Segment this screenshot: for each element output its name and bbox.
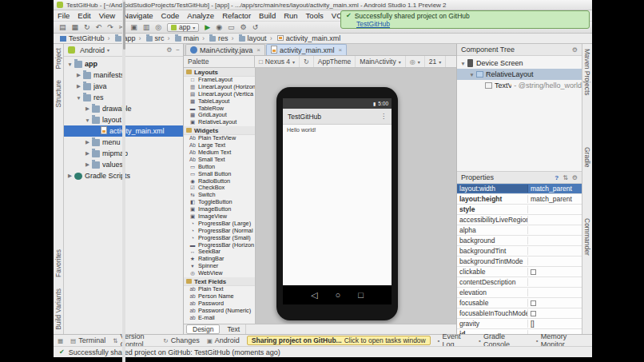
component-tree-item[interactable]: ▼ Device Screen — [457, 58, 582, 69]
palette-item[interactable]: ▦ TableLayout — [184, 98, 255, 105]
api-level-select[interactable]: 21 ▾ — [425, 56, 446, 67]
tool-window-tab[interactable]: Build Variants — [54, 288, 62, 330]
menu-item[interactable]: Analyze — [183, 11, 218, 20]
tool-window-button[interactable]: ▤ Terminal — [70, 336, 105, 344]
run-configuration-select[interactable]: app ▾ — [167, 23, 199, 32]
tree-expand-icon[interactable]: ▶ — [75, 72, 82, 78]
checkbox[interactable] — [531, 300, 536, 306]
avd-manager-icon[interactable]: ▭ — [228, 24, 235, 31]
palette-item[interactable]: ▭ Small Button — [184, 171, 255, 178]
palette-item[interactable]: Ab Small Text — [184, 157, 255, 164]
palette-item[interactable]: ▤ LinearLayout (Vertica — [184, 91, 255, 98]
tree-expand-icon[interactable]: ▼ — [84, 117, 91, 123]
breadcrumb-item[interactable]: TestGitHub — [58, 34, 106, 42]
menu-item[interactable]: Refactor — [218, 11, 255, 20]
sync-icon[interactable]: ↻ — [84, 24, 90, 31]
tool-window-tab[interactable]: Project — [54, 48, 62, 69]
palette-item[interactable]: ◉ RadioButton — [184, 178, 255, 185]
paste-icon[interactable]: ▥ — [143, 24, 150, 31]
undo-icon[interactable]: ↶ — [96, 24, 102, 31]
tree-expand-icon[interactable]: ▶ — [84, 161, 91, 168]
property-row[interactable]: focusable — [457, 298, 582, 308]
tree-expand-icon[interactable]: ▼ — [468, 72, 475, 78]
design-canvas[interactable]: ▮ 5:00 TestGitHub ⋮ Hello world! — [256, 68, 456, 324]
hello-world-text[interactable]: Hello world! — [287, 127, 316, 133]
menu-item[interactable]: Run — [280, 11, 301, 20]
palette-item[interactable]: Ab Medium Text — [184, 149, 255, 157]
breadcrumb-item[interactable]: activity_main.xml — [268, 34, 343, 42]
property-row[interactable]: accessibilityLiveRegion — [457, 215, 582, 225]
tree-expand-icon[interactable]: ▶ — [84, 105, 91, 112]
palette-section-header[interactable]: Layouts — [184, 68, 255, 77]
property-row[interactable]: clickable — [457, 267, 582, 277]
palette-scrollbar[interactable] — [122, 0, 125, 362]
property-row[interactable]: elevation — [457, 288, 582, 298]
tool-window-tab[interactable]: Maven Projects — [583, 49, 591, 96]
palette-item[interactable]: ▬ TableRow — [184, 105, 255, 113]
tool-window-tab[interactable]: Commander — [583, 218, 591, 256]
palette-section-header[interactable]: Text Fields — [184, 277, 255, 286]
tree-expand-icon[interactable]: ▼ — [459, 61, 467, 66]
github-sharing-message[interactable]: Sharing project on GitHub... Click to op… — [247, 336, 431, 345]
palette-item[interactable]: ▾ Spinner — [184, 263, 255, 270]
menu-item[interactable]: View — [95, 11, 119, 20]
notification-link[interactable]: TestGitHub — [356, 20, 390, 28]
property-row[interactable]: focusableInTouchMode — [457, 308, 582, 319]
run-icon[interactable]: ▶ — [205, 24, 210, 31]
copy-icon[interactable]: ▣ — [130, 24, 137, 31]
tool-window-tab[interactable]: Structure — [54, 80, 62, 108]
device-select[interactable]: □ Nexus 4 ▾ — [255, 56, 300, 67]
phone-content[interactable]: Hello world! — [283, 125, 392, 285]
help-icon[interactable]: ? — [555, 174, 559, 181]
property-row[interactable]: backgroundTintMode — [457, 257, 582, 267]
tool-window-tab[interactable]: Gradle — [583, 147, 591, 168]
tree-expand-icon[interactable]: ▼ — [66, 62, 74, 67]
menu-item[interactable]: File — [54, 11, 74, 20]
palette-item[interactable]: ☑ CheckBox — [184, 185, 255, 192]
tree-expand-icon[interactable]: ▶ — [84, 139, 91, 145]
settings-icon[interactable]: ⚙ — [572, 46, 578, 54]
property-row[interactable]: alpha — [457, 225, 582, 236]
tree-expand-icon[interactable]: ▼ — [75, 95, 82, 101]
palette-item[interactable]: ⇆ Switch — [184, 192, 255, 199]
tool-window-tab[interactable]: Favorites — [54, 249, 62, 277]
menu-item[interactable]: Code — [157, 11, 184, 20]
property-value[interactable]: match_parent — [528, 195, 582, 203]
activity-select[interactable]: MainActivity ▾ — [356, 56, 405, 67]
sdk-manager-icon[interactable]: ⚙ — [241, 24, 247, 31]
rotate-device-button[interactable]: ↻ — [300, 56, 314, 67]
property-value[interactable]: match_parent — [528, 185, 582, 193]
palette-item[interactable]: ▣ ImageView — [184, 213, 255, 221]
palette-item[interactable]: ◔ ProgressBar (Small) — [184, 235, 255, 242]
palette-item[interactable]: ▦ GridLayout — [184, 112, 255, 119]
close-tab-icon[interactable]: × — [339, 46, 343, 54]
tree-expand-icon[interactable]: ▶ — [84, 150, 91, 157]
palette-item[interactable]: Ab Plain TextView — [184, 135, 255, 142]
property-row[interactable]: layout:height match_parent — [457, 194, 582, 205]
device-screen[interactable]: ▮ 5:00 TestGitHub ⋮ Hello world! — [283, 98, 392, 304]
close-tab-icon[interactable]: × — [256, 46, 260, 54]
menu-item[interactable]: Edit — [74, 11, 94, 20]
tree-expand-icon[interactable]: ▶ — [66, 173, 74, 179]
tree-expand-icon[interactable]: ▶ — [75, 83, 82, 90]
sort-icon[interactable]: ⇅ — [563, 174, 568, 181]
tool-window-button[interactable]: ▣ Android — [207, 336, 240, 344]
breadcrumb-item[interactable]: layout — [230, 34, 268, 42]
breadcrumb-item[interactable]: res — [201, 34, 230, 42]
editor-tab[interactable]: MainActivity.java × — [185, 44, 265, 55]
debug-icon[interactable]: ◉ — [216, 24, 222, 31]
gradle-sync-icon[interactable]: ↺ — [252, 24, 259, 31]
palette-item[interactable]: ab Password (Numeric) — [184, 308, 255, 315]
menu-item[interactable]: Tools — [302, 11, 328, 20]
tool-window-switcher-icon[interactable]: ▦ — [58, 337, 63, 344]
checkbox[interactable] — [531, 311, 536, 316]
property-row[interactable]: backgroundTint — [457, 246, 582, 257]
palette-item[interactable]: ab Person Name — [184, 293, 255, 300]
breadcrumb-item[interactable]: main — [166, 34, 201, 42]
find-icon[interactable]: ◎ — [155, 24, 161, 31]
component-tree-item[interactable]: ▼ RelativeLayout — [457, 69, 582, 80]
menu-item[interactable]: Build — [255, 11, 280, 20]
locale-select[interactable]: ◎ ▾ — [406, 56, 425, 67]
palette-item[interactable]: ▣ ImageButton — [184, 206, 255, 213]
palette-item[interactable]: ★ RatingBar — [184, 256, 255, 263]
